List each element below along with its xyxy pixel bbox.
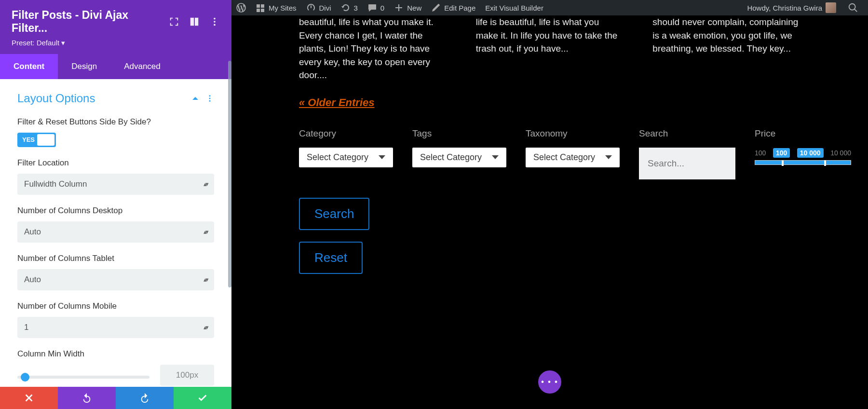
my-sites[interactable]: My Sites — [251, 0, 301, 15]
label-cols-mobile: Number of Columns Mobile — [17, 301, 214, 312]
exit-visual-builder[interactable]: Exit Visual Builder — [480, 0, 548, 15]
edit-page[interactable]: Edit Page — [426, 0, 480, 15]
cancel-button[interactable] — [0, 387, 58, 409]
price-slider[interactable]: 100 100 10 000 10 000 — [755, 148, 851, 165]
price-min-outer: 100 — [755, 149, 766, 157]
chevron-down-icon — [605, 155, 612, 159]
module-title: Filter Posts - Divi Ajax Filter... — [12, 9, 162, 35]
toggle-yes-label: YES — [17, 136, 35, 143]
dropdown-tags[interactable]: Select Category — [412, 148, 506, 167]
edit-page-label: Edit Page — [444, 4, 475, 12]
slider-col-min-width[interactable] — [17, 376, 149, 379]
filter-row: Category Select Category Tags Select Cat… — [231, 114, 868, 184]
site-name[interactable]: Divi — [301, 0, 336, 15]
select-value: Auto — [24, 275, 41, 285]
caret-icon: ▴▾ — [203, 324, 207, 331]
svg-point-5 — [209, 100, 211, 102]
updates-count: 3 — [354, 4, 358, 12]
admin-search[interactable] — [843, 0, 863, 15]
redo-button[interactable] — [116, 387, 174, 409]
label-cols-desktop: Number of Columns Desktop — [17, 205, 214, 217]
preview-canvas: beautiful, life is what you make it. Eve… — [231, 15, 868, 409]
builder-fab[interactable]: • • • — [538, 370, 561, 394]
site-name-label: Divi — [319, 4, 331, 12]
chevron-down-icon — [379, 155, 385, 159]
select-cols-desktop[interactable]: Auto ▴▾ — [17, 221, 214, 243]
search-icon — [848, 2, 858, 13]
panel-header: Filter Posts - Divi Ajax Filter... Prese… — [0, 0, 231, 54]
search-button[interactable]: Search — [299, 198, 369, 230]
price-handle-min[interactable] — [782, 160, 784, 166]
slider-thumb[interactable] — [21, 373, 29, 382]
post-excerpt: beautiful, life is what you make it. Eve… — [299, 15, 447, 82]
slider-value[interactable]: 100px — [160, 365, 214, 386]
columns-icon[interactable] — [189, 16, 200, 27]
price-max-bubble: 10 000 — [797, 148, 824, 158]
section-title: Layout Options — [17, 92, 95, 105]
undo-button[interactable] — [58, 387, 116, 409]
price-handle-max[interactable] — [824, 160, 826, 166]
gauge-icon — [306, 3, 316, 13]
expand-icon[interactable] — [169, 16, 179, 27]
toggle-side-by-side[interactable]: YES — [17, 133, 56, 147]
section-layout-options[interactable]: Layout Options — [17, 92, 214, 105]
price-max-outer: 10 000 — [830, 149, 851, 157]
select-filter-location[interactable]: Fullwidth Column ▴▾ — [17, 174, 214, 195]
search-box[interactable] — [639, 148, 735, 179]
dropdown-value: Select Category — [420, 152, 482, 163]
tab-advanced[interactable]: Advanced — [110, 54, 174, 79]
my-account[interactable]: Howdy, Christina Gwira — [742, 0, 841, 15]
undo-icon — [81, 393, 92, 403]
new-label: New — [407, 4, 421, 12]
select-value: 1 — [24, 323, 28, 332]
wp-logo[interactable] — [231, 0, 251, 15]
label-filter-location: Filter Location — [17, 158, 214, 169]
comments[interactable]: 0 — [363, 0, 389, 15]
price-min-bubble: 100 — [773, 148, 790, 158]
save-button[interactable] — [174, 387, 231, 409]
filter-buttons: Search Reset — [299, 198, 868, 274]
dropdown-value: Select Category — [533, 152, 595, 163]
check-icon — [197, 393, 208, 403]
label-cols-tablet: Number of Columns Tablet — [17, 253, 214, 264]
dropdown-taxonomy[interactable]: Select Category — [526, 148, 620, 167]
filter-label-search: Search — [639, 128, 735, 139]
new-content[interactable]: New — [389, 0, 426, 15]
search-input[interactable] — [648, 158, 727, 169]
label-side-by-side: Filter & Reset Buttons Side By Side? — [17, 117, 214, 128]
scrollbar[interactable] — [228, 61, 231, 287]
settings-body[interactable]: Layout Options Filter & Reset Buttons Si… — [0, 79, 231, 387]
settings-tabs: Content Design Advanced — [0, 54, 231, 79]
exit-vb-label: Exit Visual Builder — [485, 4, 543, 12]
caret-icon: ▴▾ — [203, 276, 207, 283]
howdy-label: Howdy, Christina Gwira — [747, 4, 822, 12]
dropdown-category[interactable]: Select Category — [299, 148, 393, 167]
select-value: Fullwidth Column — [24, 179, 87, 189]
caret-icon: ▴▾ — [203, 180, 207, 188]
panel-footer — [0, 387, 231, 409]
pencil-icon — [431, 3, 441, 13]
comment-icon — [367, 3, 377, 13]
tab-content[interactable]: Content — [0, 54, 58, 79]
select-cols-tablet[interactable]: Auto ▴▾ — [17, 269, 214, 290]
filter-label-taxonomy: Taxonomy — [526, 128, 620, 139]
kebab-icon[interactable] — [209, 16, 220, 27]
post-excerpt: should never complain, complaining is a … — [652, 15, 800, 82]
updates[interactable]: 3 — [336, 0, 363, 15]
select-cols-mobile[interactable]: 1 ▴▾ — [17, 317, 214, 338]
preset-selector[interactable]: Preset: Default ▾ — [12, 39, 220, 47]
svg-point-3 — [209, 95, 211, 96]
kebab-icon[interactable] — [205, 94, 214, 103]
refresh-icon — [341, 3, 351, 13]
price-track[interactable] — [755, 160, 851, 165]
chevron-up-icon[interactable] — [191, 94, 200, 103]
comments-count: 0 — [380, 4, 384, 12]
svg-point-0 — [214, 18, 216, 20]
svg-point-1 — [214, 21, 216, 23]
older-entries-link[interactable]: « Older Entries — [299, 96, 375, 109]
select-value: Auto — [24, 227, 41, 237]
module-settings-panel: Filter Posts - Divi Ajax Filter... Prese… — [0, 0, 231, 409]
caret-icon: ▴▾ — [203, 228, 207, 235]
tab-design[interactable]: Design — [58, 54, 110, 79]
reset-button[interactable]: Reset — [299, 242, 363, 274]
